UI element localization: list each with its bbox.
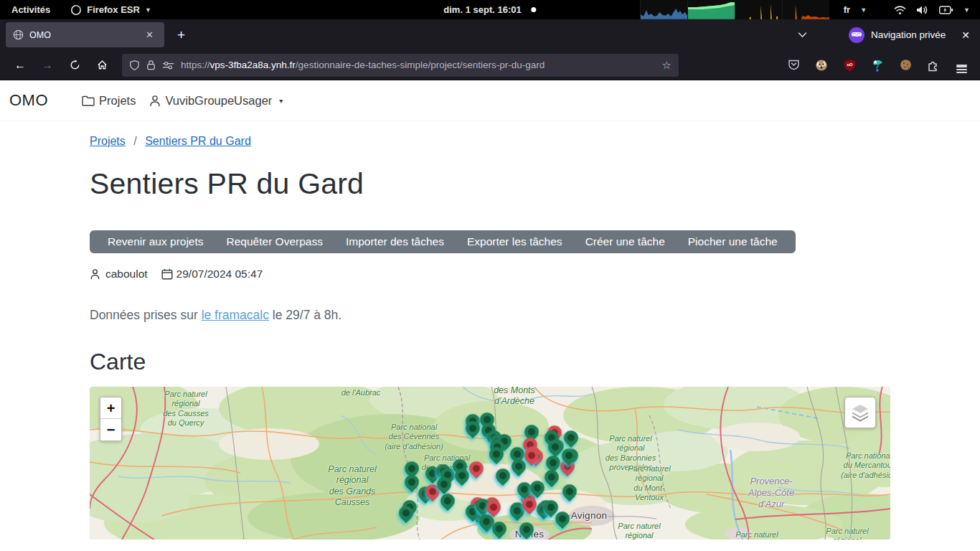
- nav-user-menu[interactable]: VuvibGroupeUsager ▾: [149, 94, 283, 108]
- site-navbar: OMO Projets VuvibGroupeUsager ▾: [0, 80, 980, 121]
- page-title: Sentiers PR du Gard: [90, 167, 890, 201]
- bookmark-star-icon[interactable]: ☆: [662, 59, 672, 72]
- firefox-icon: [70, 4, 82, 16]
- caret-down-icon: ▾: [279, 97, 283, 105]
- home-button[interactable]: [92, 55, 112, 75]
- menu-hamburger-icon[interactable]: [954, 58, 969, 72]
- framacalc-link[interactable]: le framacalc: [202, 308, 269, 322]
- import-tasks-button[interactable]: Importer des tâches: [334, 235, 456, 248]
- pick-task-button[interactable]: Piocher une tâche: [677, 235, 789, 248]
- breadcrumb-projects-link[interactable]: Projets: [90, 135, 126, 147]
- site-brand[interactable]: OMO: [9, 91, 48, 110]
- calendar-icon: [161, 268, 173, 280]
- back-button[interactable]: ←: [10, 55, 30, 75]
- keyboard-layout[interactable]: fr: [844, 4, 850, 15]
- globe-icon: [13, 29, 24, 40]
- person-icon: [149, 95, 161, 107]
- forward-button[interactable]: →: [37, 55, 57, 75]
- tab-title: OMO: [29, 30, 142, 40]
- permissions-icon[interactable]: [162, 61, 174, 70]
- caret-down-icon: ▼: [860, 6, 867, 14]
- private-browsing-badge: Navigation privée: [849, 27, 946, 43]
- list-tabs-chevron-icon[interactable]: [798, 32, 807, 38]
- author-name: caboulot: [105, 268, 148, 281]
- cpu-graph: [640, 0, 687, 19]
- cookie-extension-icon[interactable]: [898, 58, 913, 72]
- caret-down-icon: ▼: [145, 6, 151, 14]
- wifi-icon[interactable]: [894, 5, 906, 15]
- create-task-button[interactable]: Créer une tâche: [574, 235, 677, 248]
- reload-button[interactable]: [65, 55, 85, 75]
- created-date: 29/07/2024 05:47: [176, 268, 263, 281]
- activities-button[interactable]: Activités: [11, 4, 50, 15]
- nav-projects[interactable]: Projets: [82, 94, 136, 108]
- zoom-out-button[interactable]: −: [100, 419, 121, 441]
- ublock-origin-icon[interactable]: uO: [842, 58, 857, 72]
- breadcrumb: Projets / Sentiers PR du Gard: [90, 135, 890, 148]
- action-bar: Revenir aux projets Requêter Overpass Im…: [90, 230, 796, 253]
- browser-tab-bar: OMO ✕ + Navigation privée ✕: [0, 19, 980, 50]
- back-to-projects-button[interactable]: Revenir aux projets: [96, 235, 215, 248]
- person-icon: [90, 268, 100, 280]
- layers-icon: [851, 403, 870, 422]
- overpass-query-button[interactable]: Requêter Overpass: [215, 235, 334, 248]
- disk-graph: [735, 0, 782, 19]
- pocket-icon[interactable]: [786, 58, 801, 72]
- new-tab-button[interactable]: +: [171, 26, 191, 44]
- svg-text:uO: uO: [847, 62, 853, 67]
- map[interactable]: Parc naturelrégionaldes Caussesdu Quercy…: [90, 387, 890, 540]
- map-heading: Carte: [90, 349, 890, 375]
- map-zoom-control: + −: [100, 397, 122, 441]
- layers-control[interactable]: [844, 397, 876, 428]
- private-mask-icon: [849, 27, 864, 43]
- zoom-in-button[interactable]: +: [100, 397, 121, 419]
- project-description: Données prises sur le framacalc le 29/7 …: [90, 308, 890, 323]
- breadcrumb-current-link[interactable]: Sentiers PR du Gard: [145, 135, 251, 147]
- extensions-puzzle-icon[interactable]: [926, 58, 941, 72]
- caret-down-icon: ▼: [963, 6, 970, 14]
- network-graph: [782, 0, 829, 19]
- tab-close-icon[interactable]: ✕: [142, 28, 157, 42]
- notification-dot-icon: [532, 7, 537, 12]
- app-menu[interactable]: Firefox ESR ▼: [70, 4, 151, 16]
- folder-icon: [82, 95, 95, 106]
- memory-graph: [687, 0, 735, 19]
- tracking-shield-icon[interactable]: [129, 60, 140, 71]
- browser-tab[interactable]: OMO ✕: [6, 22, 164, 47]
- badger-extension-icon[interactable]: [814, 58, 829, 72]
- window-close-icon[interactable]: ✕: [961, 29, 970, 41]
- gnome-top-bar: Activités Firefox ESR ▼ dim. 1 sept. 16:…: [0, 0, 980, 19]
- volume-icon[interactable]: [916, 5, 929, 15]
- export-tasks-button[interactable]: Exporter les tâches: [456, 235, 574, 248]
- battery-icon[interactable]: [939, 6, 953, 14]
- url-bar[interactable]: https://vps-3fba2a8a.ynh.fr/gestionnaire…: [122, 54, 679, 77]
- lock-icon[interactable]: [146, 60, 156, 70]
- project-meta: caboulot 29/07/2024 05:47: [90, 268, 890, 281]
- browser-toolbar: ← → https://vps-3fba2a8a.ynh.fr/: [0, 50, 980, 80]
- clock[interactable]: dim. 1 sept. 16:01: [443, 4, 536, 15]
- url-text[interactable]: https://vps-3fba2a8a.ynh.fr/gestionnaire…: [181, 60, 656, 70]
- umbrella-extension-icon[interactable]: [870, 58, 885, 72]
